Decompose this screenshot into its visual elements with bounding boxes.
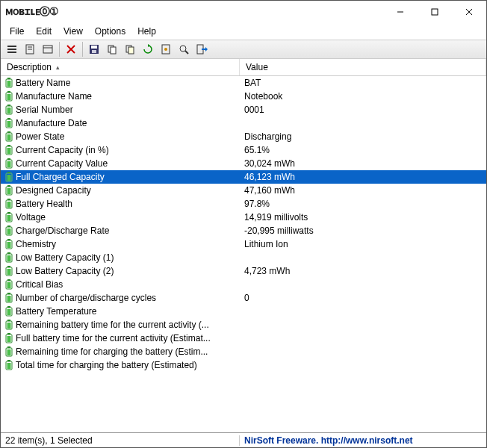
cell-description-text: Manufacture Name <box>16 91 92 102</box>
battery-icon <box>5 360 13 370</box>
table-row[interactable]: Manufacture Date <box>1 116 486 130</box>
cell-value: 97.8% <box>240 199 486 209</box>
table-row[interactable]: Voltage14,919 millivolts <box>1 211 486 224</box>
list-icon[interactable] <box>4 41 20 57</box>
table-row[interactable]: Charge/Discharge Rate-20,995 milliwatts <box>1 224 486 237</box>
table-row[interactable]: Power StateDischarging <box>1 130 486 143</box>
table-row[interactable]: Battery NameBAT <box>1 76 486 90</box>
table-row[interactable]: ChemistryLithium Ion <box>1 237 486 251</box>
battery-icon <box>5 239 13 249</box>
table-row[interactable]: Battery Health97.8% <box>1 197 486 211</box>
cell-value: Discharging <box>240 131 486 142</box>
svg-line-25 <box>185 51 188 54</box>
cell-description: Charge/Discharge Rate <box>1 225 240 236</box>
battery-icon <box>5 306 13 317</box>
svg-rect-55 <box>7 188 11 194</box>
table-row[interactable]: Remaining battery time for the current a… <box>1 318 486 332</box>
svg-rect-91 <box>7 349 11 355</box>
header-value[interactable]: Value <box>240 59 486 75</box>
cell-description-text: Chemistry <box>16 239 56 249</box>
table-row[interactable]: Battery Temperature <box>1 305 486 318</box>
refresh-icon[interactable] <box>140 41 156 57</box>
svg-rect-52 <box>7 175 11 181</box>
table-row[interactable]: Critical Bias <box>1 278 486 291</box>
cell-description-text: Remaining battery time for the current a… <box>16 320 209 330</box>
svg-rect-49 <box>7 161 11 167</box>
status-right[interactable]: NirSoft Freeware. http://www.nirsoft.net <box>240 435 486 446</box>
cell-description: Serial Number <box>1 105 240 115</box>
table-row[interactable]: Full Charged Capacity46,123 mWh <box>1 170 486 184</box>
svg-rect-18 <box>111 47 116 54</box>
battery-icon <box>5 91 13 102</box>
cell-description-text: Manufacture Date <box>16 118 87 128</box>
report-icon[interactable] <box>22 41 38 57</box>
cell-description-text: Low Battery Capacity (2) <box>16 266 114 276</box>
cell-description-text: Remaining time for charging the battery … <box>16 346 208 357</box>
cell-value: Notebook <box>240 91 486 102</box>
table-row[interactable]: Designed Capacity47,160 mWh <box>1 184 486 197</box>
cell-description-text: Power State <box>16 131 64 142</box>
copy-icon[interactable] <box>104 41 120 57</box>
exit-icon[interactable] <box>193 41 210 57</box>
table-row[interactable]: Full battery time for the current activi… <box>1 332 486 345</box>
maximize-button[interactable] <box>418 1 452 23</box>
table-row[interactable]: Current Capacity Value30,024 mWh <box>1 157 486 170</box>
battery-icon <box>5 346 13 357</box>
copy2-icon[interactable] <box>122 41 138 57</box>
svg-rect-88 <box>7 336 11 342</box>
cell-description: Total time for charging the battery (Est… <box>1 360 240 370</box>
battery-icon <box>5 105 13 115</box>
cell-description: Current Capacity (in %) <box>1 145 240 155</box>
svg-rect-73 <box>7 269 11 275</box>
battery-icon <box>5 172 13 182</box>
table-row[interactable]: Low Battery Capacity (1) <box>1 251 486 264</box>
header-description[interactable]: Description ▴ <box>1 59 240 75</box>
toolbar-separator <box>59 42 60 57</box>
cell-value: 47,160 mWh <box>240 185 486 196</box>
cell-description: Battery Health <box>1 199 240 209</box>
svg-rect-67 <box>7 242 11 248</box>
svg-rect-46 <box>7 148 11 154</box>
svg-rect-79 <box>7 296 11 302</box>
cell-description: Current Capacity Value <box>1 158 240 169</box>
menu-view[interactable]: View <box>58 25 89 38</box>
delete-icon[interactable] <box>63 41 79 57</box>
menu-file[interactable]: File <box>4 25 30 38</box>
list-area[interactable]: Battery NameBATManufacture NameNotebookS… <box>1 76 486 432</box>
svg-rect-40 <box>7 121 11 127</box>
cell-value: 0001 <box>240 105 486 115</box>
cell-description-text: Total time for charging the battery (Est… <box>16 360 197 370</box>
table-row[interactable]: Serial Number0001 <box>1 103 486 116</box>
cell-description: Manufacture Name <box>1 91 240 102</box>
table-row[interactable]: Current Capacity (in %)65.1% <box>1 143 486 157</box>
save-icon[interactable] <box>86 41 102 57</box>
table-row[interactable]: Number of charge/discharge cycles0 <box>1 291 486 305</box>
cell-description: Number of charge/discharge cycles <box>1 293 240 303</box>
svg-rect-5 <box>7 49 16 50</box>
cell-value: 65.1% <box>240 145 486 155</box>
cell-description-text: Voltage <box>16 212 46 223</box>
header-description-label: Description <box>7 62 52 72</box>
find-icon[interactable] <box>176 41 192 57</box>
table-row[interactable]: Remaining time for charging the battery … <box>1 345 486 358</box>
cell-description: Critical Bias <box>1 279 240 290</box>
battery-icon <box>5 212 13 223</box>
minimize-button[interactable] <box>383 1 418 23</box>
svg-rect-10 <box>43 46 52 53</box>
svg-rect-37 <box>7 108 11 113</box>
cell-value: 4,723 mWh <box>240 266 486 276</box>
table-row[interactable]: Low Battery Capacity (2)4,723 mWh <box>1 264 486 278</box>
svg-rect-82 <box>7 309 11 315</box>
cell-description: Power State <box>1 131 240 142</box>
menu-help[interactable]: Help <box>131 25 162 38</box>
properties-icon[interactable] <box>40 41 56 57</box>
menu-options[interactable]: Options <box>89 25 131 38</box>
menu-edit[interactable]: Edit <box>30 25 58 38</box>
svg-rect-34 <box>7 94 11 100</box>
table-row[interactable]: Total time for charging the battery (Est… <box>1 358 486 372</box>
cell-description-text: Battery Temperature <box>16 306 97 317</box>
cell-description-text: Low Battery Capacity (1) <box>16 252 114 263</box>
options-icon[interactable] <box>158 41 174 57</box>
close-button[interactable] <box>452 1 486 23</box>
table-row[interactable]: Manufacture NameNotebook <box>1 90 486 103</box>
